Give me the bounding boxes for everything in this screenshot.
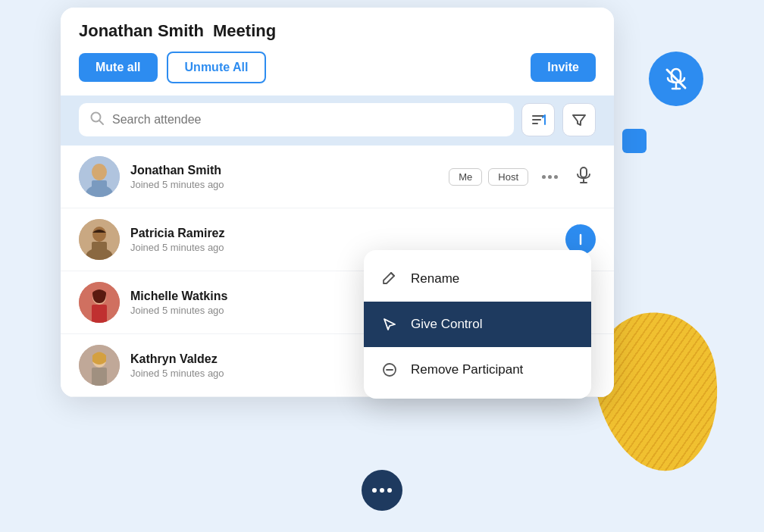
menu-item-give-control-label: Give Control	[411, 317, 482, 332]
toolbar: Mute all Unmute All Invite	[61, 52, 614, 95]
panel-header: Jonathan Smith Meeting	[61, 8, 614, 52]
rename-icon	[379, 268, 400, 289]
filter-button[interactable]	[562, 103, 596, 136]
search-row	[61, 95, 614, 146]
attendee-info-patricia: Patricia Ramirez Joined 5 minutes ago	[130, 227, 555, 253]
svg-rect-20	[92, 242, 107, 257]
badge-host: Host	[488, 168, 528, 186]
badge-group-jonathan: Me Host	[449, 168, 528, 186]
avatar-kathryn	[79, 345, 120, 386]
header-user-name: Jonathan Smith	[79, 21, 204, 41]
attendee-actions-jonathan	[539, 163, 596, 190]
menu-item-rename[interactable]: Rename	[364, 256, 591, 302]
remove-participant-icon	[379, 359, 400, 380]
attendee-name-patricia: Patricia Ramirez	[130, 227, 555, 240]
bottom-more-button[interactable]	[362, 470, 402, 511]
header-title-group: Jonathan Smith Meeting	[79, 21, 276, 41]
mute-all-button[interactable]: Mute all	[79, 53, 158, 82]
svg-line-28	[391, 273, 394, 276]
dot	[380, 488, 384, 493]
badge-me: Me	[449, 168, 482, 186]
svg-point-18	[92, 227, 106, 242]
menu-item-rename-label: Rename	[411, 271, 459, 286]
dot	[548, 175, 552, 179]
attendee-joined-jonathan: Joined 5 minutes ago	[130, 179, 438, 190]
svg-line-5	[99, 120, 103, 124]
give-control-icon	[379, 314, 400, 335]
header-meeting-label: Meeting	[213, 21, 276, 41]
attendee-item-jonathan: Jonathan Smith Joined 5 minutes ago Me H…	[61, 146, 614, 208]
search-icon	[89, 111, 105, 129]
dot	[372, 488, 377, 493]
deco-small-square	[622, 129, 647, 153]
svg-rect-27	[92, 368, 107, 386]
avatar-michelle	[79, 282, 120, 323]
menu-item-remove-participant-label: Remove Participant	[411, 362, 523, 377]
svg-rect-13	[92, 180, 107, 194]
svg-rect-14	[581, 167, 587, 177]
deco-mic-circle	[649, 52, 703, 106]
mic-button-jonathan[interactable]	[571, 163, 596, 190]
avatar-jonathan	[79, 156, 120, 197]
svg-rect-24	[92, 305, 107, 323]
attendee-info-jonathan: Jonathan Smith Joined 5 minutes ago	[130, 164, 438, 190]
unmute-all-button[interactable]: Unmute All	[167, 52, 267, 83]
menu-item-remove-participant[interactable]: Remove Participant	[364, 347, 591, 393]
menu-item-give-control[interactable]: Give Control	[364, 302, 591, 347]
dot	[542, 175, 546, 179]
dot	[387, 488, 392, 493]
context-menu: Rename Give Control Remove Participant	[364, 250, 591, 399]
search-input[interactable]	[112, 113, 503, 127]
invite-button[interactable]: Invite	[531, 53, 596, 82]
sort-button[interactable]	[521, 103, 555, 136]
search-wrapper	[79, 103, 514, 136]
avatar-patricia	[79, 219, 120, 260]
dot	[554, 175, 558, 179]
attendee-name-jonathan: Jonathan Smith	[130, 164, 438, 177]
svg-point-11	[92, 164, 107, 180]
more-options-jonathan[interactable]	[539, 172, 561, 182]
